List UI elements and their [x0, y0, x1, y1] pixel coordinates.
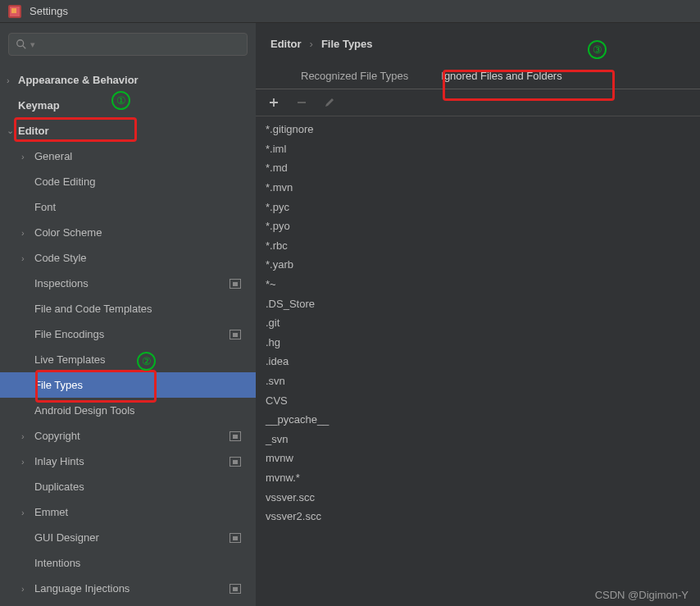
sidebar-item-label: File Encodings: [34, 328, 230, 340]
list-item[interactable]: mvnw.*: [264, 468, 692, 488]
sidebar-item-label: Editor: [18, 125, 256, 137]
sidebar-item-label: Language Injections: [34, 582, 230, 595]
sidebar-item-label: Font: [34, 201, 256, 213]
tab-recognized-file-types[interactable]: Recognized File Types: [284, 63, 425, 89]
list-item[interactable]: *~: [264, 275, 692, 294]
list-item[interactable]: __pycache__: [264, 410, 692, 430]
sidebar-item-file-and-code-templates[interactable]: File and Code Templates: [0, 296, 256, 321]
breadcrumb-parent[interactable]: Editor: [270, 38, 302, 50]
sidebar-item-label: File and Code Templates: [34, 303, 256, 315]
sidebar-item-editor[interactable]: ⌄Editor: [0, 118, 256, 144]
sidebar-item-label: Appearance & Behavior: [18, 74, 256, 86]
sidebar-item-label: Copyright: [34, 430, 230, 442]
project-scope-icon: [230, 431, 241, 441]
list-item[interactable]: mvnw: [264, 449, 692, 468]
app-logo-icon: [8, 5, 21, 18]
sidebar-item-keymap[interactable]: Keymap: [0, 93, 256, 118]
window-title: Settings: [30, 5, 68, 17]
sidebar-item-live-templates[interactable]: Live Templates: [0, 347, 256, 372]
chevron-right-icon: ›: [310, 38, 313, 50]
minus-icon: [296, 97, 307, 108]
breadcrumb: Editor › File Types: [256, 33, 700, 63]
sidebar-item-file-encodings[interactable]: File Encodings: [0, 321, 256, 347]
titlebar: Settings: [0, 0, 700, 23]
sidebar-item-copyright[interactable]: ›Copyright: [0, 423, 256, 449]
project-scope-icon: [230, 330, 241, 339]
pencil-icon: [324, 97, 335, 108]
sidebar-item-general[interactable]: ›General: [0, 144, 256, 169]
list-item[interactable]: *.md: [264, 158, 692, 178]
sidebar-item-code-editing[interactable]: Code Editing: [0, 169, 256, 194]
sidebar-item-label: File Types: [34, 379, 256, 391]
list-item[interactable]: .hg: [264, 333, 692, 353]
tab-ignored-files-folders[interactable]: Ignored Files and Folders: [425, 63, 578, 89]
watermark: CSDN @Digimon-Y: [595, 589, 689, 601]
sidebar-item-label: Color Scheme: [34, 226, 256, 239]
add-button[interactable]: [267, 96, 280, 109]
list-item[interactable]: .DS_Store: [264, 294, 692, 313]
breadcrumb-current: File Types: [321, 38, 373, 50]
list-item[interactable]: *.rbc: [264, 236, 692, 256]
chevron-icon: ›: [21, 431, 30, 441]
sidebar-item-appearance-behavior[interactable]: ›Appearance & Behavior: [0, 67, 256, 93]
sidebar-item-label: Code Style: [34, 252, 256, 264]
sidebar-item-color-scheme[interactable]: ›Color Scheme: [0, 220, 256, 245]
edit-button[interactable]: [323, 96, 336, 109]
list-item[interactable]: _svn: [264, 430, 692, 449]
sidebar-item-label: Intentions: [34, 557, 256, 569]
sidebar-item-emmet[interactable]: ›Emmet: [0, 499, 256, 525]
list-item[interactable]: *.gitignore: [264, 120, 692, 139]
remove-button[interactable]: [295, 96, 308, 109]
list-item[interactable]: .svn: [264, 371, 692, 391]
toolbar: [256, 89, 700, 116]
chevron-icon: ›: [21, 253, 30, 263]
sidebar-item-label: Duplicates: [34, 481, 256, 493]
sidebar-item-inspections[interactable]: Inspections: [0, 271, 256, 296]
project-scope-icon: [230, 533, 241, 543]
sidebar-item-label: General: [34, 150, 256, 162]
settings-sidebar: ▾ ›Appearance & BehaviorKeymap⌄Editor›Ge…: [0, 23, 256, 606]
project-scope-icon: [230, 584, 241, 594]
chevron-icon: ›: [21, 152, 30, 162]
list-item[interactable]: *.yarb: [264, 255, 692, 275]
chevron-icon: ›: [7, 75, 15, 85]
sidebar-item-intentions[interactable]: Intentions: [0, 550, 256, 576]
sidebar-item-duplicates[interactable]: Duplicates: [0, 474, 256, 499]
sidebar-item-label: Keymap: [18, 99, 256, 112]
plus-icon: [268, 97, 280, 108]
list-item[interactable]: vssver.scc: [264, 487, 692, 507]
list-item[interactable]: *.pyo: [264, 216, 692, 236]
ignore-patterns-list[interactable]: *.gitignore*.iml*.md*.mvn*.pyc*.pyo*.rbc…: [256, 116, 700, 606]
sidebar-item-label: Android Design Tools: [34, 404, 256, 417]
list-item[interactable]: .idea: [264, 352, 692, 371]
svg-line-1: [23, 46, 26, 49]
sidebar-item-code-style[interactable]: ›Code Style: [0, 245, 256, 271]
search-input[interactable]: ▾: [8, 33, 248, 56]
sidebar-item-label: Inlay Hints: [34, 455, 230, 467]
list-item[interactable]: *.mvn: [264, 178, 692, 198]
chevron-icon: ›: [21, 508, 30, 517]
list-item[interactable]: *.iml: [264, 139, 692, 159]
sidebar-item-label: Inspections: [34, 277, 230, 289]
sidebar-item-label: Emmet: [34, 506, 256, 518]
search-icon: [16, 39, 27, 50]
svg-point-0: [17, 40, 24, 47]
sidebar-item-android-design-tools[interactable]: Android Design Tools: [0, 398, 256, 423]
sidebar-item-file-types[interactable]: File Types: [0, 372, 256, 398]
sidebar-item-language-injections[interactable]: ›Language Injections: [0, 576, 256, 601]
list-item[interactable]: CVS: [264, 390, 692, 410]
chevron-icon: ›: [21, 228, 30, 238]
sidebar-item-gui-designer[interactable]: GUI Designer: [0, 525, 256, 550]
chevron-icon: ›: [21, 457, 30, 467]
chevron-icon: ⌄: [7, 125, 15, 136]
list-item[interactable]: .git: [264, 313, 692, 333]
list-item[interactable]: vssver2.scc: [264, 507, 692, 526]
chevron-icon: ›: [21, 584, 30, 594]
sidebar-item-inlay-hints[interactable]: ›Inlay Hints: [0, 449, 256, 474]
main-panel: Editor › File Types Recognized File Type…: [256, 23, 700, 606]
sidebar-item-label: GUI Designer: [34, 531, 230, 544]
tabs: Recognized File Types Ignored Files and …: [256, 63, 700, 89]
list-item[interactable]: *.pyc: [264, 197, 692, 216]
sidebar-item-font[interactable]: Font: [0, 194, 256, 220]
project-scope-icon: [230, 279, 241, 289]
